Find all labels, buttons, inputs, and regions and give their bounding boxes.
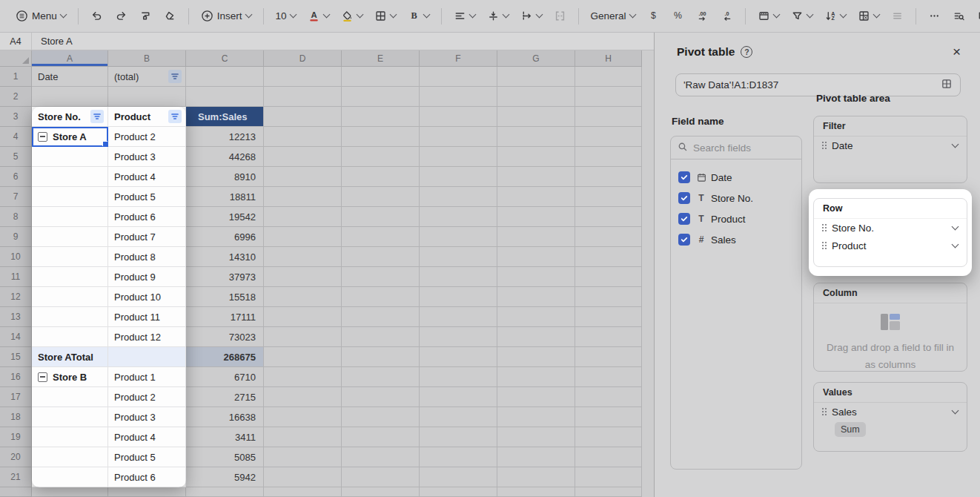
cell-C13[interactable]: 17111 [186,307,264,327]
column-header-G[interactable]: G [497,50,575,67]
cell-G2[interactable] [497,87,575,107]
erase-format-button[interactable] [159,6,182,26]
cell-C14[interactable]: 73023 [186,327,264,347]
cell-D20[interactable] [264,447,342,467]
cell-B10[interactable]: Product 8 [108,247,186,267]
cell-F14[interactable] [420,327,497,347]
cell-F9[interactable] [420,227,497,247]
cell-B11[interactable]: Product 9 [108,267,186,287]
cell-Bx[interactable] [108,487,186,497]
column-header-D[interactable]: D [264,50,342,67]
cell-D17[interactable] [264,387,342,407]
drag-handle-icon[interactable] [821,241,827,250]
cell-G5[interactable] [497,147,575,167]
cell-B18[interactable]: Product 3 [108,407,186,427]
find-replace-button[interactable] [947,6,970,26]
row-header-21[interactable]: 21 [0,467,32,487]
cell-H2[interactable] [575,87,642,107]
cell-Ex[interactable] [342,487,420,497]
cell-Dx[interactable] [264,487,342,497]
cell-A19[interactable] [32,427,108,447]
cell-F7[interactable] [420,187,497,207]
cell-F3[interactable] [420,107,497,127]
filter-section-item-date[interactable]: Date [814,136,967,154]
row-header-3[interactable]: 3 [0,107,32,127]
row-header-1[interactable]: 1 [0,67,32,87]
search-fields-input[interactable]: Search fields [671,136,801,159]
cell-H5[interactable] [575,147,642,167]
cell-G21[interactable] [497,467,575,487]
select-all-corner[interactable] [0,50,32,67]
row-section-item-product[interactable]: Product [814,237,967,254]
row-header-12[interactable]: 12 [0,287,32,307]
cell-C16[interactable]: 6710 [186,367,264,387]
cell-G20[interactable] [497,447,575,467]
cell-Ax[interactable] [32,487,108,497]
select-range-icon[interactable] [941,78,953,92]
cell-Cx[interactable] [186,487,264,497]
text-wrap-button[interactable] [515,6,547,26]
collapse-group-icon[interactable] [38,132,47,142]
cell-C17[interactable]: 2715 [186,387,264,407]
column-header-C[interactable]: C [186,50,264,67]
cell-E17[interactable] [342,387,420,407]
decrease-decimal-button[interactable]: .0 [715,6,738,26]
column-header-A[interactable]: A [32,50,108,67]
formula-input[interactable]: Store A [32,33,73,50]
row-header-5[interactable]: 5 [0,147,32,167]
cell-A20[interactable] [32,447,108,467]
values-section-item-sales[interactable]: Sales [814,403,967,421]
cell-C21[interactable]: 5942 [186,467,264,487]
cell-D1[interactable] [264,67,342,87]
cell-D13[interactable] [264,307,342,327]
cell-C20[interactable]: 5085 [186,447,264,467]
paint-format-button[interactable] [134,6,157,26]
cell-H6[interactable] [575,167,642,187]
cell-B4[interactable]: Product 2 [108,127,186,147]
cell-C11[interactable]: 37973 [186,267,264,287]
cell-G14[interactable] [497,327,575,347]
cell-F15[interactable] [420,347,497,367]
cell-H11[interactable] [575,267,642,287]
column-header-B[interactable]: B [108,50,186,67]
cell-A2[interactable] [32,87,108,107]
cell-D3[interactable] [264,107,342,127]
checkbox-checked-icon[interactable] [678,192,690,204]
row-header-9[interactable]: 9 [0,227,32,247]
cell-D8[interactable] [264,207,342,227]
cell-G15[interactable] [497,347,575,367]
row-header-16[interactable]: 16 [0,367,32,387]
chevron-down-icon[interactable] [952,407,959,414]
cell-F13[interactable] [420,307,497,327]
cell-D15[interactable] [264,347,342,367]
cell-A14[interactable] [32,327,108,347]
cell-A3[interactable]: Store No. [32,107,108,127]
row-header-15[interactable]: 15 [0,347,32,367]
cell-F19[interactable] [420,427,497,447]
cell-E13[interactable] [342,307,420,327]
row-header-7[interactable]: 7 [0,187,32,207]
cell-E9[interactable] [342,227,420,247]
cell-F10[interactable] [420,247,497,267]
cell-Gx[interactable] [497,487,575,497]
cell-H1[interactable] [575,67,642,87]
cell-B5[interactable]: Product 3 [108,147,186,167]
cell-E4[interactable] [342,127,420,147]
cell-Hx[interactable] [575,487,642,497]
cell-B21[interactable]: Product 6 [108,467,186,487]
cell-C10[interactable]: 14310 [186,247,264,267]
cell-G12[interactable] [497,287,575,307]
row-header-4[interactable]: 4 [0,127,32,147]
cell-E20[interactable] [342,447,420,467]
cell-A17[interactable] [32,387,108,407]
cell-E6[interactable] [342,167,420,187]
column-filter-icon[interactable] [168,110,182,123]
pivot-table-button[interactable] [852,6,884,26]
row-header-20[interactable]: 20 [0,447,32,467]
cell-C12[interactable]: 15518 [186,287,264,307]
cell-B13[interactable]: Product 11 [108,307,186,327]
cell-F20[interactable] [420,447,497,467]
checkbox-checked-icon[interactable] [678,234,690,246]
cell-E1[interactable] [342,67,420,87]
conditional-format-button[interactable] [886,6,909,26]
